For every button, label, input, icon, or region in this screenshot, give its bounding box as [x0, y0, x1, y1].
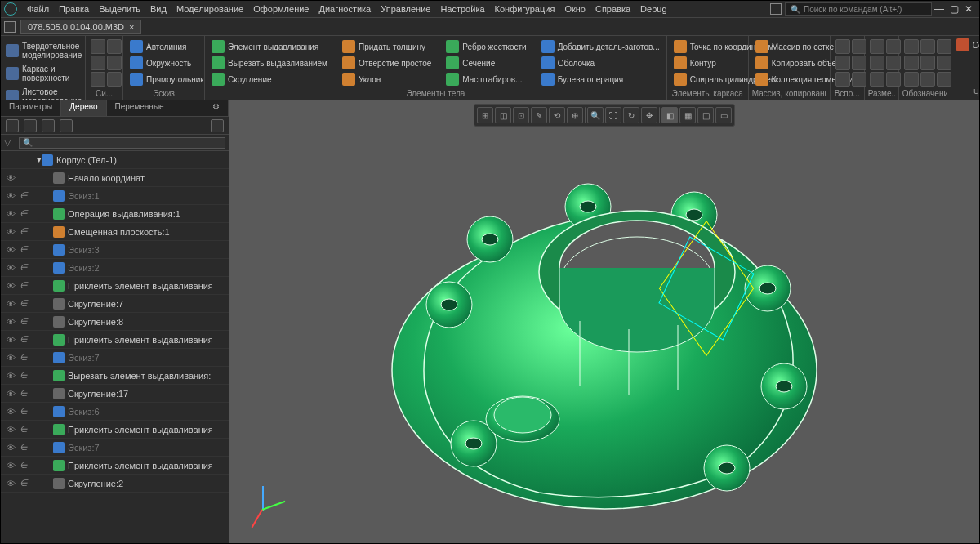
tool-scale[interactable]: Масштабиров...	[444, 72, 528, 87]
layout-icon[interactable]	[770, 3, 782, 15]
menu-оформление[interactable]: Оформление	[248, 4, 314, 14]
tree-delete-icon[interactable]	[211, 119, 224, 132]
menu-окно[interactable]: Окно	[559, 4, 590, 14]
tab-close-icon[interactable]: ×	[129, 22, 134, 32]
include-icon[interactable]: ∈	[17, 208, 30, 219]
tool-cut-extrude[interactable]: Вырезать выдавливанием	[210, 56, 329, 70]
3d-viewport[interactable]: ⊞ ◫ ⊡ ✎ ⟲ ⊕ 🔍 ⛶ ↻ ✥ ◧ ▦ ◫ ▭	[229, 100, 979, 543]
save-icon[interactable]	[91, 56, 105, 70]
tool-add-part[interactable]: Добавить деталь-заготов...	[540, 39, 662, 54]
tree-item[interactable]: 👁∈Скругление:17	[1, 385, 229, 403]
document-tab[interactable]: 078.505.0.0104.00.M3D ×	[20, 20, 141, 34]
visibility-icon[interactable]: 👁	[4, 245, 17, 255]
tree-tool-icon[interactable]	[42, 119, 55, 132]
tool-circle[interactable]: Окружность	[128, 56, 199, 70]
tool-point[interactable]: Точка по координатам	[672, 39, 743, 54]
menu-моделирование[interactable]: Моделирование	[172, 4, 248, 14]
tree-item[interactable]: 👁∈Эскиз:1	[1, 187, 229, 205]
visibility-icon[interactable]: 👁	[4, 299, 17, 309]
include-icon[interactable]: ∈	[17, 406, 30, 417]
tool-extrude[interactable]: Элемент выдавливания	[210, 39, 329, 54]
tree-item[interactable]: 👁∈Приклеить элемент выдавливания	[1, 421, 229, 439]
include-icon[interactable]: ∈	[17, 334, 30, 345]
visibility-icon[interactable]: 👁	[4, 389, 17, 399]
filter-icon[interactable]: ▽	[4, 137, 16, 149]
vt-rotate-icon[interactable]: ↻	[623, 107, 639, 123]
menu-конфигурация[interactable]: Конфигурация	[490, 4, 560, 14]
menu-управление[interactable]: Управление	[376, 4, 435, 14]
vt-cube-icon[interactable]: ◧	[662, 107, 678, 123]
vt-zoom-icon[interactable]: 🔍	[587, 107, 604, 123]
tree-item[interactable]: 👁∈Скругление:2	[1, 475, 229, 493]
command-search-input[interactable]: 🔍 Поиск по командам (Alt+/)	[785, 2, 932, 16]
tool-pattern-grid[interactable]: Массив по сетке	[754, 39, 825, 54]
include-icon[interactable]: ∈	[17, 298, 30, 309]
close-button[interactable]: ✕	[961, 3, 976, 15]
tree-root[interactable]: ▾ Корпус (Тел-1)	[1, 151, 229, 169]
tool-collection[interactable]: Коллекция геометрии	[754, 72, 825, 87]
tree-item[interactable]: 👁∈Скругление:8	[1, 313, 229, 331]
tab-parameters[interactable]: Параметры	[1, 100, 61, 116]
visibility-icon[interactable]: 👁	[4, 407, 17, 417]
vt-pan-icon[interactable]: ✥	[641, 107, 657, 123]
visibility-icon[interactable]: 👁	[4, 173, 17, 183]
vt-icon[interactable]: ⊡	[513, 107, 529, 123]
tool-shell[interactable]: Оболочка	[540, 56, 662, 70]
minimize-button[interactable]: —	[932, 3, 947, 15]
tool-rect[interactable]: Прямоугольник	[128, 72, 199, 87]
menu-файл[interactable]: Файл	[22, 4, 54, 14]
include-icon[interactable]: ∈	[17, 460, 30, 470]
include-icon[interactable]: ∈	[17, 316, 30, 327]
tree-item[interactable]: 👁∈Приклеить элемент выдавливания	[1, 457, 229, 475]
tree-item[interactable]: 👁∈Скругление:7	[1, 295, 229, 313]
include-icon[interactable]: ∈	[17, 352, 30, 363]
tab-tree[interactable]: Дерево	[61, 100, 106, 116]
include-icon[interactable]: ∈	[17, 280, 30, 291]
visibility-icon[interactable]: 👁	[4, 425, 17, 435]
tool-contour[interactable]: Контур	[672, 56, 743, 70]
visibility-icon[interactable]: 👁	[4, 479, 17, 488]
visibility-icon[interactable]: 👁	[4, 227, 17, 237]
open-icon[interactable]	[107, 39, 122, 54]
vt-icon[interactable]: ⊕	[567, 107, 583, 123]
undo-icon[interactable]	[91, 72, 105, 87]
tree-tool-icon[interactable]	[60, 119, 73, 132]
menu-выделить[interactable]: Выделить	[94, 4, 145, 14]
mode-solid[interactable]: Твердотельное моделирование	[4, 39, 82, 62]
redo-icon[interactable]	[107, 72, 122, 87]
visibility-icon[interactable]: 👁	[4, 317, 17, 327]
include-icon[interactable]: ∈	[17, 424, 30, 435]
vt-icon[interactable]: ⟲	[549, 107, 565, 123]
vt-fit-icon[interactable]: ⛶	[605, 107, 621, 123]
tree-search-input[interactable]: 🔍	[19, 137, 225, 149]
include-icon[interactable]: ∈	[17, 478, 30, 488]
visibility-icon[interactable]: 👁	[4, 281, 17, 291]
tool-autoline[interactable]: Автолиния	[128, 39, 199, 54]
tree-tool-icon[interactable]	[6, 119, 19, 132]
tree-item[interactable]: 👁∈Эскиз:3	[1, 241, 229, 259]
menu-настройка[interactable]: Настройка	[435, 4, 489, 14]
gear-icon[interactable]: ⚙	[212, 102, 220, 114]
tree-item[interactable]: 👁∈Смещенная плоскость:1	[1, 223, 229, 241]
include-icon[interactable]: ∈	[17, 262, 30, 273]
menu-диагностика[interactable]: Диагностика	[314, 4, 376, 14]
include-icon[interactable]: ∈	[17, 226, 30, 237]
tree-item[interactable]: 👁∈Приклеить элемент выдавливания	[1, 331, 229, 349]
tab-variables[interactable]: Переменные⚙	[107, 100, 229, 116]
vt-icon[interactable]: ✎	[531, 107, 547, 123]
new-icon[interactable]	[91, 39, 105, 54]
tree-tool-icon[interactable]	[24, 119, 37, 132]
visibility-icon[interactable]: 👁	[4, 335, 17, 345]
tree-item[interactable]: 👁∈Операция выдавливания:1	[1, 205, 229, 223]
include-icon[interactable]: ∈	[17, 370, 30, 381]
tree-item[interactable]: 👁∈Эскиз:7	[1, 439, 229, 457]
tool-thicken[interactable]: Придать толщину	[341, 39, 433, 54]
tool-rib[interactable]: Ребро жесткости	[444, 39, 528, 54]
tool-hole[interactable]: Отверстие простое	[341, 56, 433, 70]
tree-item[interactable]: 👁∈Эскиз:6	[1, 403, 229, 421]
maximize-button[interactable]: ▢	[947, 3, 961, 15]
tool-fillet[interactable]: Скругление	[210, 72, 329, 87]
visibility-icon[interactable]: 👁	[4, 443, 17, 453]
visibility-icon[interactable]: 👁	[4, 461, 17, 470]
menu-правка[interactable]: Правка	[54, 4, 94, 14]
